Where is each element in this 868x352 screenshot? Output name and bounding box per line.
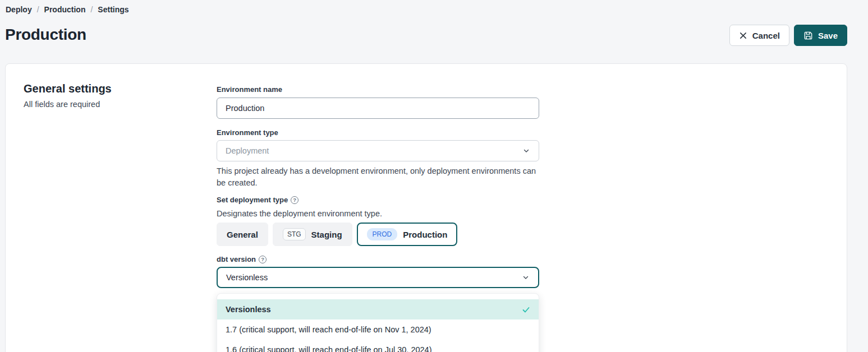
save-disk-icon <box>803 31 813 40</box>
prod-badge: PROD <box>367 228 398 240</box>
environment-name-label: Environment name <box>217 85 282 94</box>
help-icon[interactable]: ? <box>291 196 298 204</box>
dropdown-option-1-6[interactable]: 1.6 (critical support, will reach end-of… <box>217 340 539 352</box>
dbt-version-label-text: dbt version <box>217 255 256 263</box>
breadcrumb-deploy[interactable]: Deploy <box>6 5 32 14</box>
environment-type-label: Environment type <box>217 128 278 137</box>
environment-type-label-text: Environment type <box>217 128 278 137</box>
save-button-label: Save <box>818 31 838 40</box>
staging-badge: STG <box>283 228 306 240</box>
environment-name-input[interactable] <box>217 98 539 119</box>
settings-card: General settings All fields are required… <box>5 63 847 352</box>
dropdown-option-label: 1.7 (critical support, will reach end-of… <box>226 325 431 334</box>
deployment-type-staging-label: Staging <box>311 230 342 239</box>
check-icon <box>522 305 530 314</box>
save-button[interactable]: Save <box>794 25 847 46</box>
dbt-version-dropdown: Versionless 1.7 (critical support, will … <box>217 293 539 352</box>
deployment-type-production-label: Production <box>403 230 447 239</box>
dbt-version-value: Versionless <box>226 273 268 282</box>
breadcrumb-separator: / <box>90 5 93 14</box>
breadcrumb-production[interactable]: Production <box>44 5 86 14</box>
section-title: General settings <box>24 82 112 95</box>
deployment-type-production-button[interactable]: PROD Production <box>357 223 458 246</box>
deployment-type-label: Set deployment type ? <box>217 196 298 204</box>
cancel-button-label: Cancel <box>752 31 780 40</box>
breadcrumb: Deploy / Production / Settings <box>6 5 129 14</box>
close-icon <box>739 31 747 40</box>
dropdown-option-label: Versionless <box>226 305 271 314</box>
environment-type-helper: This project already has a development e… <box>217 165 539 188</box>
deployment-type-staging-button[interactable]: STG Staging <box>273 223 352 246</box>
section-subtitle: All fields are required <box>24 100 100 109</box>
chevron-down-icon <box>522 147 530 155</box>
environment-type-select[interactable]: Deployment <box>217 140 539 161</box>
breadcrumb-separator: / <box>37 5 39 14</box>
help-icon[interactable]: ? <box>259 256 267 263</box>
cancel-button[interactable]: Cancel <box>729 25 789 46</box>
deployment-type-helper: Designates the deployment environment ty… <box>217 208 539 220</box>
environment-type-value: Deployment <box>226 146 269 155</box>
breadcrumb-settings-current: Settings <box>98 5 128 14</box>
deployment-type-general-label: General <box>227 230 258 239</box>
environment-name-label-text: Environment name <box>217 85 282 94</box>
chevron-down-icon <box>522 274 530 281</box>
dropdown-option-label: 1.6 (critical support, will reach end-of… <box>226 345 432 352</box>
deployment-type-options: General STG Staging PROD Production <box>217 223 457 246</box>
dbt-version-label: dbt version ? <box>217 255 267 263</box>
dbt-version-select[interactable]: Versionless <box>217 267 539 288</box>
header-actions: Cancel Save <box>729 25 847 46</box>
deployment-type-label-text: Set deployment type <box>217 196 288 204</box>
dropdown-option-versionless[interactable]: Versionless <box>217 299 539 319</box>
dropdown-option-1-7[interactable]: 1.7 (critical support, will reach end-of… <box>217 319 539 340</box>
deployment-type-general-button[interactable]: General <box>217 223 268 246</box>
page-title: Production <box>5 26 86 44</box>
